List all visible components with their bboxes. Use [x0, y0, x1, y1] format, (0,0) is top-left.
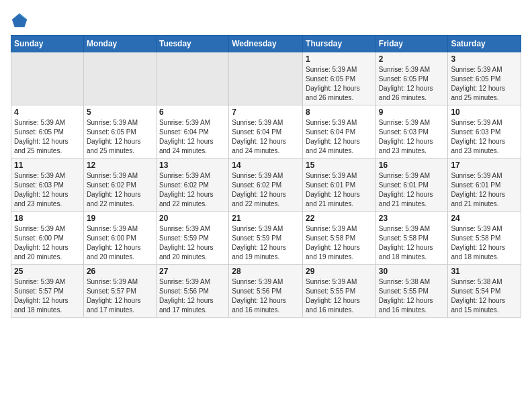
day-detail: Sunrise: 5:39 AM Sunset: 6:03 PM Dayligh… — [451, 118, 518, 156]
calendar-cell: 4Sunrise: 5:39 AM Sunset: 6:05 PM Daylig… — [11, 105, 84, 158]
calendar-cell: 20Sunrise: 5:39 AM Sunset: 5:59 PM Dayli… — [156, 212, 228, 265]
weekday-header-tuesday: Tuesday — [156, 36, 228, 52]
day-number: 2 — [379, 54, 445, 64]
calendar-cell: 8Sunrise: 5:39 AM Sunset: 6:04 PM Daylig… — [303, 105, 376, 158]
day-detail: Sunrise: 5:39 AM Sunset: 5:58 PM Dayligh… — [451, 224, 518, 262]
day-detail: Sunrise: 5:38 AM Sunset: 5:55 PM Dayligh… — [379, 277, 445, 315]
calendar-cell: 12Sunrise: 5:39 AM Sunset: 6:02 PM Dayli… — [83, 158, 156, 212]
day-detail: Sunrise: 5:39 AM Sunset: 5:59 PM Dayligh… — [232, 224, 300, 262]
day-number: 5 — [87, 107, 153, 117]
day-number: 9 — [379, 107, 445, 117]
day-detail: Sunrise: 5:39 AM Sunset: 6:01 PM Dayligh… — [451, 171, 518, 209]
day-number: 6 — [159, 107, 226, 117]
calendar-cell: 6Sunrise: 5:39 AM Sunset: 6:04 PM Daylig… — [156, 105, 228, 158]
day-number: 30 — [379, 267, 445, 276]
day-detail: Sunrise: 5:39 AM Sunset: 6:05 PM Dayligh… — [87, 118, 153, 156]
logo-icon — [11, 11, 30, 30]
day-number: 25 — [14, 267, 81, 276]
day-detail: Sunrise: 5:39 AM Sunset: 6:01 PM Dayligh… — [379, 171, 445, 209]
calendar-cell: 26Sunrise: 5:39 AM Sunset: 5:57 PM Dayli… — [83, 265, 156, 318]
day-detail: Sunrise: 5:39 AM Sunset: 6:05 PM Dayligh… — [14, 118, 81, 156]
calendar-cell: 18Sunrise: 5:39 AM Sunset: 6:00 PM Dayli… — [11, 212, 84, 265]
day-number: 12 — [87, 161, 153, 170]
day-detail: Sunrise: 5:39 AM Sunset: 5:57 PM Dayligh… — [87, 277, 153, 315]
calendar-cell: 22Sunrise: 5:39 AM Sunset: 5:58 PM Dayli… — [303, 212, 376, 265]
day-detail: Sunrise: 5:39 AM Sunset: 6:05 PM Dayligh… — [379, 65, 445, 103]
calendar-table: SundayMondayTuesdayWednesdayThursdayFrid… — [11, 35, 521, 318]
day-detail: Sunrise: 5:39 AM Sunset: 5:58 PM Dayligh… — [379, 224, 445, 262]
day-detail: Sunrise: 5:39 AM Sunset: 6:05 PM Dayligh… — [451, 65, 518, 103]
day-detail: Sunrise: 5:39 AM Sunset: 6:02 PM Dayligh… — [159, 171, 226, 209]
day-number: 8 — [306, 107, 373, 117]
calendar-cell: 31Sunrise: 5:38 AM Sunset: 5:54 PM Dayli… — [448, 265, 521, 318]
day-number: 23 — [379, 214, 445, 223]
day-detail: Sunrise: 5:39 AM Sunset: 6:05 PM Dayligh… — [306, 65, 373, 103]
calendar-cell — [156, 52, 228, 105]
calendar-cell: 9Sunrise: 5:39 AM Sunset: 6:03 PM Daylig… — [375, 105, 448, 158]
calendar-cell: 30Sunrise: 5:38 AM Sunset: 5:55 PM Dayli… — [375, 265, 448, 318]
calendar-cell: 17Sunrise: 5:39 AM Sunset: 6:01 PM Dayli… — [448, 158, 521, 212]
day-number: 26 — [87, 267, 153, 276]
calendar-cell: 28Sunrise: 5:39 AM Sunset: 5:56 PM Dayli… — [229, 265, 303, 318]
weekday-header-thursday: Thursday — [303, 36, 376, 52]
day-number: 29 — [306, 267, 373, 276]
week-row-4: 18Sunrise: 5:39 AM Sunset: 6:00 PM Dayli… — [11, 212, 521, 265]
day-number: 10 — [451, 107, 518, 117]
day-number: 20 — [159, 214, 226, 223]
svg-marker-0 — [12, 13, 27, 28]
day-detail: Sunrise: 5:39 AM Sunset: 6:04 PM Dayligh… — [159, 118, 226, 156]
day-number: 16 — [379, 161, 445, 170]
day-detail: Sunrise: 5:39 AM Sunset: 6:03 PM Dayligh… — [14, 171, 81, 209]
day-detail: Sunrise: 5:39 AM Sunset: 6:04 PM Dayligh… — [306, 118, 373, 156]
calendar-cell: 1Sunrise: 5:39 AM Sunset: 6:05 PM Daylig… — [303, 52, 376, 105]
calendar-cell: 16Sunrise: 5:39 AM Sunset: 6:01 PM Dayli… — [375, 158, 448, 212]
day-detail: Sunrise: 5:39 AM Sunset: 5:56 PM Dayligh… — [232, 277, 300, 315]
day-number: 19 — [87, 214, 153, 223]
calendar-cell: 11Sunrise: 5:39 AM Sunset: 6:03 PM Dayli… — [11, 158, 84, 212]
calendar-cell: 24Sunrise: 5:39 AM Sunset: 5:58 PM Dayli… — [448, 212, 521, 265]
calendar-cell: 27Sunrise: 5:39 AM Sunset: 5:56 PM Dayli… — [156, 265, 228, 318]
calendar-cell: 29Sunrise: 5:39 AM Sunset: 5:55 PM Dayli… — [303, 265, 376, 318]
calendar-cell — [11, 52, 84, 105]
day-detail: Sunrise: 5:39 AM Sunset: 6:04 PM Dayligh… — [232, 118, 300, 156]
weekday-header-sunday: Sunday — [11, 36, 84, 52]
calendar-cell: 5Sunrise: 5:39 AM Sunset: 6:05 PM Daylig… — [83, 105, 156, 158]
day-number: 31 — [451, 267, 518, 276]
day-number: 17 — [451, 161, 518, 170]
day-detail: Sunrise: 5:39 AM Sunset: 5:55 PM Dayligh… — [306, 277, 373, 315]
day-number: 13 — [159, 161, 226, 170]
calendar-cell: 2Sunrise: 5:39 AM Sunset: 6:05 PM Daylig… — [375, 52, 448, 105]
week-row-2: 4Sunrise: 5:39 AM Sunset: 6:05 PM Daylig… — [11, 105, 521, 158]
weekday-header-saturday: Saturday — [448, 36, 521, 52]
weekday-header-friday: Friday — [375, 36, 448, 52]
week-row-1: 1Sunrise: 5:39 AM Sunset: 6:05 PM Daylig… — [11, 52, 521, 105]
day-number: 15 — [306, 161, 373, 170]
day-number: 22 — [306, 214, 373, 223]
logo — [11, 11, 32, 30]
day-number: 14 — [232, 161, 300, 170]
day-detail: Sunrise: 5:39 AM Sunset: 6:01 PM Dayligh… — [306, 171, 373, 209]
calendar-cell: 10Sunrise: 5:39 AM Sunset: 6:03 PM Dayli… — [448, 105, 521, 158]
calendar-cell — [83, 52, 156, 105]
calendar-cell: 15Sunrise: 5:39 AM Sunset: 6:01 PM Dayli… — [303, 158, 376, 212]
day-number: 11 — [14, 161, 81, 170]
day-number: 7 — [232, 107, 300, 117]
day-detail: Sunrise: 5:39 AM Sunset: 6:02 PM Dayligh… — [87, 171, 153, 209]
day-number: 4 — [14, 107, 81, 117]
day-detail: Sunrise: 5:39 AM Sunset: 6:00 PM Dayligh… — [87, 224, 153, 262]
calendar-cell — [229, 52, 303, 105]
page-header — [11, 11, 521, 30]
weekday-header-monday: Monday — [83, 36, 156, 52]
day-detail: Sunrise: 5:39 AM Sunset: 6:03 PM Dayligh… — [379, 118, 445, 156]
day-number: 24 — [451, 214, 518, 223]
day-number: 3 — [451, 54, 518, 64]
day-detail: Sunrise: 5:39 AM Sunset: 5:58 PM Dayligh… — [306, 224, 373, 262]
day-detail: Sunrise: 5:39 AM Sunset: 6:00 PM Dayligh… — [14, 224, 81, 262]
day-number: 18 — [14, 214, 81, 223]
week-row-3: 11Sunrise: 5:39 AM Sunset: 6:03 PM Dayli… — [11, 158, 521, 212]
day-detail: Sunrise: 5:38 AM Sunset: 5:54 PM Dayligh… — [451, 277, 518, 315]
day-number: 21 — [232, 214, 300, 223]
day-detail: Sunrise: 5:39 AM Sunset: 6:02 PM Dayligh… — [232, 171, 300, 209]
calendar-cell: 19Sunrise: 5:39 AM Sunset: 6:00 PM Dayli… — [83, 212, 156, 265]
day-number: 27 — [159, 267, 226, 276]
